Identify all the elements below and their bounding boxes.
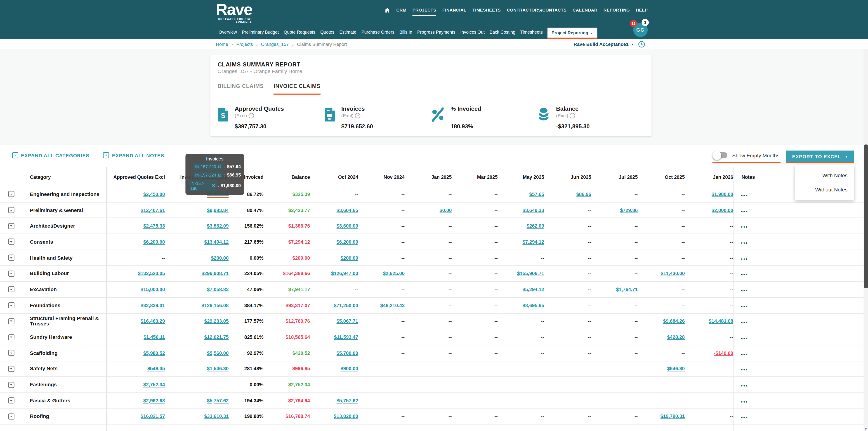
amount-link[interactable]: $86.96 (577, 191, 591, 197)
notes-more-button[interactable]: ••• (741, 335, 748, 341)
top-nav-item[interactable]: HELP (636, 8, 648, 16)
export-to-excel-button[interactable]: EXPORT TO EXCEL ▼ (786, 151, 854, 163)
sub-nav-item[interactable]: Quote Requests (284, 30, 315, 39)
notes-more-button[interactable]: ••• (741, 351, 748, 357)
amount-link[interactable]: $16,821.57 (141, 414, 165, 419)
sub-nav-item[interactable]: Purchase Orders (362, 30, 395, 39)
sub-nav-item[interactable]: Bills In (399, 30, 412, 39)
amount-link[interactable]: $200.00 (341, 255, 358, 260)
amount-link[interactable]: $7,058.83 (207, 286, 229, 292)
amount-link[interactable]: $646.30 (667, 366, 685, 372)
home-icon[interactable] (384, 7, 391, 17)
amount-link[interactable]: $33,610.31 (204, 414, 229, 419)
amount-link[interactable]: $13,494.12 (204, 239, 229, 245)
expand-row-icon[interactable]: ▼ (8, 223, 14, 229)
amount-link[interactable]: $296,908.71 (202, 271, 229, 276)
expand-row-icon[interactable]: ▼ (8, 382, 14, 388)
sub-nav-item[interactable]: Quotes (320, 30, 334, 39)
tab-billing-claims[interactable]: BILLING CLAIMS (217, 83, 264, 94)
amount-link[interactable]: $2,962.68 (143, 398, 165, 403)
amount-link[interactable]: $3,862.09 (207, 223, 229, 228)
top-nav-item[interactable]: CRM (396, 8, 406, 16)
expand-row-icon[interactable]: ▼ (8, 302, 14, 308)
amount-link[interactable]: $2,450.00 (143, 191, 165, 197)
top-nav-item[interactable]: CONTRACTORS/CONTACTS (507, 8, 566, 16)
amount-link[interactable]: $1,546.30 (207, 366, 229, 372)
invoice-link[interactable]: IN-157-220 (193, 163, 223, 170)
amount-link[interactable]: $126,156.08 (202, 303, 229, 308)
amount-link[interactable]: $2,625.00 (383, 271, 405, 276)
amount-link[interactable]: $262.09 (526, 223, 544, 228)
breadcrumb-item[interactable]: Claims Summary Report (297, 41, 347, 47)
expand-row-icon[interactable]: ▼ (8, 239, 14, 245)
export-menu-item[interactable]: Without Notes (795, 183, 854, 197)
amount-link[interactable]: $32,839.01 (141, 303, 165, 308)
amount-link[interactable]: $0.00 (439, 207, 452, 213)
amount-link[interactable]: $1,764.71 (616, 286, 638, 292)
notes-more-button[interactable]: ••• (741, 288, 748, 293)
breadcrumb-item[interactable]: Home (216, 41, 236, 47)
amount-link[interactable]: $15,000.00 (141, 286, 165, 292)
amount-link[interactable]: $2,752.34 (143, 382, 165, 388)
sub-nav-item[interactable]: Progress Payments (417, 30, 456, 39)
amount-link[interactable]: $132,520.05 (138, 271, 165, 276)
notes-more-button[interactable]: ••• (741, 224, 748, 229)
top-nav-item[interactable]: FINANCIAL (442, 8, 466, 16)
notification-badge-red[interactable]: 12 (630, 20, 637, 27)
sub-nav-item[interactable]: Timesheets (520, 30, 543, 39)
amount-link[interactable]: $729.86 (620, 207, 638, 213)
amount-link[interactable]: $14,481.08 (709, 318, 733, 324)
amount-link[interactable]: $3,604.65 (337, 207, 358, 213)
notes-more-button[interactable]: ••• (741, 256, 748, 261)
invoice-link[interactable]: IN-157-224 (193, 172, 223, 178)
show-empty-months-toggle[interactable] (713, 152, 727, 158)
top-nav-item[interactable]: TIMESHEETS (472, 8, 501, 16)
amount-link[interactable]: $9,983.84 (207, 207, 229, 213)
help-icon[interactable]: ? (249, 113, 254, 118)
amount-link[interactable]: $5,560.00 (207, 350, 229, 356)
tab-invoice-claims[interactable]: INVOICE CLAIMS (274, 83, 320, 94)
amount-link[interactable]: $2,000.00 (712, 207, 733, 213)
amount-link[interactable]: $3,649.33 (522, 207, 544, 213)
expand-all-categories-button[interactable]: ▼ EXPAND ALL CATEGORIES (12, 152, 89, 158)
amount-link[interactable]: $57.65 (529, 191, 544, 197)
amount-link[interactable]: $11,593.47 (334, 334, 358, 340)
notes-more-button[interactable]: ••• (741, 272, 748, 277)
notes-more-button[interactable]: ••• (741, 240, 748, 246)
build-selector-label[interactable]: Rave Build Acceptance1 (574, 41, 629, 47)
amount-link[interactable]: $12,021.75 (204, 334, 229, 340)
scrollbar-thumb[interactable] (864, 145, 868, 288)
top-nav-item[interactable]: CALENDAR (572, 8, 597, 16)
amount-link[interactable]: $9,684.26 (663, 318, 685, 324)
expand-all-notes-button[interactable]: ▼ EXPAND ALL NOTES (103, 152, 164, 158)
amount-link[interactable]: $5,757.62 (337, 398, 358, 403)
amount-link[interactable]: $1,980.00 (712, 191, 733, 197)
expand-row-icon[interactable]: ▼ (8, 350, 14, 356)
notes-more-button[interactable]: ••• (741, 319, 748, 325)
expand-row-icon[interactable]: ▼ (8, 286, 14, 293)
expand-row-icon[interactable]: ▼ (8, 255, 14, 261)
sub-nav-item[interactable]: Preliminary Budget (242, 30, 279, 39)
amount-link[interactable]: $549.35 (147, 366, 165, 372)
sub-nav-item[interactable]: Estimate (339, 30, 356, 39)
notes-more-button[interactable]: ••• (741, 367, 748, 373)
toggle-knob[interactable] (712, 151, 721, 160)
amount-link[interactable]: $126,947.00 (331, 271, 358, 276)
expand-row-icon[interactable]: ▼ (8, 191, 14, 197)
expand-row-icon[interactable]: ▼ (8, 271, 14, 277)
amount-link[interactable]: $71,250.00 (334, 303, 358, 308)
amount-link[interactable]: $5,757.62 (207, 398, 229, 403)
expand-row-icon[interactable]: ▼ (8, 366, 14, 372)
amount-link[interactable]: $16,463.29 (141, 318, 165, 324)
help-icon[interactable]: ? (355, 113, 361, 118)
notes-more-button[interactable]: ••• (741, 208, 748, 214)
amount-link[interactable]: $6,200.00 (337, 239, 358, 245)
notes-more-button[interactable]: ••• (741, 192, 748, 198)
amount-link[interactable]: $2,475.33 (143, 223, 165, 228)
sub-nav-item[interactable]: Back Costing (490, 30, 515, 39)
notes-more-button[interactable]: ••• (741, 383, 748, 389)
amount-link[interactable]: $1,456.11 (144, 334, 165, 340)
amount-link[interactable]: $8,695.65 (522, 303, 544, 308)
amount-link[interactable]: $428.28 (667, 334, 685, 340)
scroll-down-arrow-icon[interactable]: ▼ (864, 427, 868, 431)
